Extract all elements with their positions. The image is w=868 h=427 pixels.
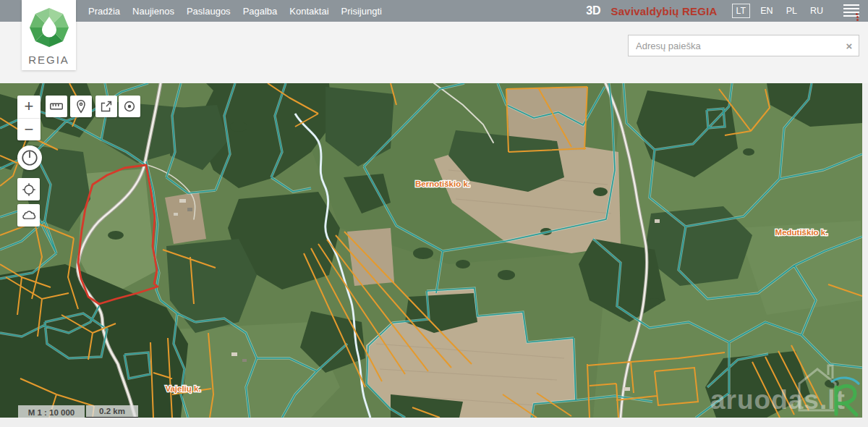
subheader-band: × [0,22,868,83]
address-search-box: × [628,35,859,56]
zoom-in-button[interactable]: + [17,96,41,119]
target-button[interactable] [119,96,140,117]
lang-pl-button[interactable]: PL [783,4,800,17]
map-viewport: Bernotiškio k. Medutiškio k. Vajelių k. … [0,83,862,418]
map-pin-icon [73,98,89,114]
topbar-right-tools: 3D Savivaldybių REGIA LT EN PL RU [586,0,861,22]
map-scale-bar: 0.2 km [86,405,138,418]
region-select-button[interactable] [17,204,40,227]
village-label: Bernotiškio k. [415,179,470,188]
regia-gem-icon [29,7,69,48]
nav-item-pagalba[interactable]: Pagalba [240,6,281,17]
logo-wordmark: REGIA [22,54,76,66]
map-scale-ratio: M 1 : 10 000 [18,405,85,418]
nav-item-pradzia[interactable]: Pradžia [85,6,123,17]
nav-item-paslaugos[interactable]: Paslaugos [184,6,234,17]
village-label: Medutiškio k. [775,228,828,237]
top-navigation-bar: Pradžia Naujienos Paslaugos Pagalba Kont… [0,0,868,22]
geolocate-icon [21,182,37,198]
time-slider-button[interactable] [17,145,42,170]
search-input[interactable] [629,41,840,51]
hamburger-menu-icon[interactable] [843,4,861,18]
regia-logo[interactable]: REGIA [22,0,76,70]
geolocate-button[interactable] [17,178,40,200]
ruler-icon [48,98,64,114]
zoom-control: + − [17,96,41,140]
view-3d-button[interactable]: 3D [586,4,600,17]
regia-portal-page: Pradžia Naujienos Paslaugos Pagalba Kont… [0,0,868,427]
zoom-out-button[interactable]: − [17,119,41,141]
freehand-region-icon [21,208,37,224]
lang-lt-button[interactable]: LT [732,4,751,18]
measure-button[interactable] [46,96,67,117]
lang-en-button[interactable]: EN [757,4,775,17]
lang-ru-button[interactable]: RU [807,4,826,17]
share-export-icon [98,98,114,114]
village-label: Vajelių k. [165,384,200,393]
portal-title: Savivaldybių REGIA [611,5,718,17]
main-menu: Pradžia Naujienos Paslaugos Pagalba Kont… [85,0,385,22]
language-switcher: LT EN PL RU [732,4,826,18]
marker-button[interactable] [70,96,92,117]
nav-item-prisijungti[interactable]: Prisijungti [339,6,385,17]
satellite-map[interactable]: Bernotiškio k. Medutiškio k. Vajelių k. … [0,83,862,418]
target-icon [122,98,137,114]
nav-item-kontaktai[interactable]: Kontaktai [286,6,331,17]
clear-search-icon[interactable]: × [840,40,859,52]
watermark-text: aruodas.lt [710,385,846,415]
clock-icon [20,148,39,167]
nav-item-naujienos[interactable]: Naujienos [129,6,177,17]
export-button[interactable] [95,96,117,117]
